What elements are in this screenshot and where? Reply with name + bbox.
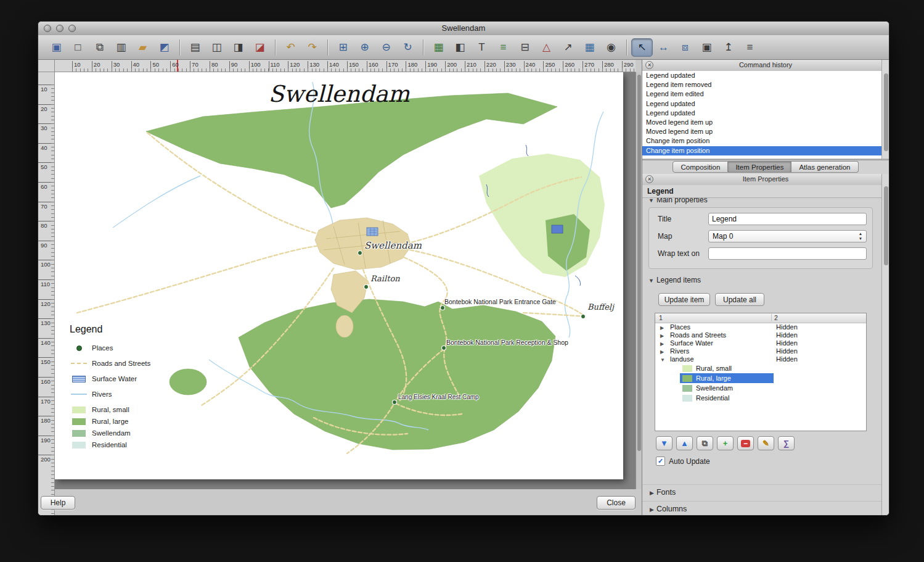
- export-svg-icon[interactable]: ◨: [227, 38, 249, 57]
- tab-atlas-generation[interactable]: Atlas generation: [791, 161, 858, 173]
- legend-items-section[interactable]: ▼Legend items: [648, 276, 701, 284]
- open-folder-icon[interactable]: ▰: [132, 38, 153, 57]
- command-history-item[interactable]: Legend item edited: [642, 89, 881, 99]
- new-composition-icon[interactable]: □: [67, 38, 89, 57]
- columns-section[interactable]: ▶Columns: [642, 501, 881, 515]
- add-shape-icon[interactable]: △: [536, 38, 557, 57]
- minimize-window-button[interactable]: [56, 25, 63, 32]
- close-window-button[interactable]: [44, 25, 51, 32]
- move-item-up-button[interactable]: ▲: [676, 436, 693, 450]
- export-pdf-icon[interactable]: ◪: [249, 38, 271, 57]
- map-select[interactable]: Map 0 ▲▼: [708, 230, 867, 242]
- fonts-section[interactable]: ▶Fonts: [642, 484, 881, 499]
- add-item-button[interactable]: +: [717, 436, 734, 450]
- composition-page[interactable]: Swellendam Swellendam Railton Bontebok N…: [55, 72, 623, 479]
- sum-button[interactable]: ∑: [778, 436, 795, 450]
- legend-tree-row[interactable]: ▼landuseHidden: [655, 355, 866, 363]
- command-history-item[interactable]: Legend item removed: [642, 80, 881, 89]
- remove-item-button[interactable]: −: [737, 436, 754, 450]
- add-legend-icon[interactable]: ≡: [493, 38, 514, 57]
- legend-tree-row-label: Surface Water: [670, 339, 713, 347]
- scrollbar-thumb[interactable]: [884, 73, 888, 151]
- canvas-vertical-scrollbar[interactable]: [636, 72, 642, 489]
- add-arrow-icon[interactable]: ↗: [557, 38, 579, 57]
- update-item-button[interactable]: Update item: [658, 293, 710, 306]
- command-history-item[interactable]: Change item position: [642, 136, 881, 146]
- command-history-item[interactable]: Legend updated: [642, 99, 881, 109]
- composer-manager-icon[interactable]: ▥: [110, 38, 132, 57]
- add-scalebar-icon[interactable]: ⊟: [514, 38, 536, 57]
- ruler-tick: 120: [38, 299, 54, 307]
- ruler-tick: 130: [38, 318, 54, 326]
- add-map-icon[interactable]: ▦: [428, 38, 449, 57]
- close-panel-icon[interactable]: ✕: [645, 61, 653, 69]
- command-history-item[interactable]: Change item position: [642, 146, 881, 155]
- titlebar[interactable]: Swellendam: [38, 22, 889, 36]
- move-item-down-button[interactable]: ▼: [656, 436, 673, 450]
- panel-splitter[interactable]: [642, 159, 889, 160]
- command-history-item[interactable]: Legend updated: [642, 71, 881, 80]
- legend-tree-row[interactable]: ▶Surface WaterHidden: [655, 339, 866, 347]
- map-legend-item[interactable]: Legend PlacesRoads and StreetsSurface Wa…: [70, 324, 181, 460]
- auto-update-checkbox[interactable]: ✓: [656, 457, 665, 466]
- scrollbar-thumb[interactable]: [637, 75, 641, 451]
- close-panel-icon[interactable]: ✕: [645, 175, 653, 183]
- legend-tree-row[interactable]: Residential: [655, 393, 866, 403]
- command-history-item[interactable]: Legend updated: [642, 109, 881, 118]
- legend-tree-row[interactable]: Rural, large: [655, 373, 866, 383]
- zoom-window-button[interactable]: [68, 25, 76, 32]
- undo-icon[interactable]: ↶: [280, 38, 301, 57]
- edit-item-button[interactable]: ✎: [758, 436, 774, 450]
- command-history-item[interactable]: Moved legend item up: [642, 127, 881, 136]
- update-all-button[interactable]: Update all: [715, 293, 764, 306]
- save-icon[interactable]: ▣: [46, 38, 67, 57]
- square-symbol: [70, 407, 88, 413]
- refresh-icon[interactable]: ↻: [397, 38, 419, 57]
- legend-tree-row[interactable]: Rural, small: [655, 363, 866, 373]
- raise-items-icon[interactable]: ↥: [718, 38, 739, 57]
- align-items-icon[interactable]: ≡: [739, 38, 761, 57]
- save-as-template-icon[interactable]: ◩: [153, 38, 175, 57]
- zoom-in-icon[interactable]: ⊕: [354, 38, 375, 57]
- legend-tree-row[interactable]: ▶PlacesHidden: [655, 323, 866, 331]
- export-image-icon[interactable]: ◫: [206, 38, 227, 57]
- redo-icon[interactable]: ↷: [301, 38, 323, 57]
- move-item-content-icon[interactable]: ↔: [653, 38, 674, 57]
- scrollbar-thumb[interactable]: [884, 186, 888, 265]
- close-button[interactable]: Close: [597, 496, 636, 510]
- legend-tree-row[interactable]: Swellendam: [655, 383, 866, 393]
- add-label-icon[interactable]: T: [471, 38, 493, 57]
- add-html-icon[interactable]: ◉: [600, 38, 622, 57]
- panel-scrollbar[interactable]: [881, 174, 889, 515]
- square-symbol: [70, 430, 88, 437]
- add-image-icon[interactable]: ◧: [449, 38, 471, 57]
- stepper-icon[interactable]: ▲▼: [856, 231, 865, 241]
- command-history-scrollbar[interactable]: [881, 60, 889, 159]
- zoom-full-icon[interactable]: ⊞: [332, 38, 354, 57]
- zoom-out-icon[interactable]: ⊖: [375, 38, 397, 57]
- lock-items-icon[interactable]: ▣: [696, 38, 718, 57]
- paste-item-button[interactable]: ⧉: [697, 436, 713, 450]
- map-label-railton: Railton: [370, 274, 400, 283]
- command-history-title: Command history: [739, 61, 792, 68]
- title-input[interactable]: [708, 213, 867, 225]
- tab-composition[interactable]: Composition: [673, 161, 728, 173]
- legend-tree-row[interactable]: ▶RiversHidden: [655, 347, 866, 355]
- composition-canvas[interactable]: Swellendam Swellendam Railton Bontebok N…: [55, 72, 636, 489]
- print-icon[interactable]: ▤: [184, 38, 206, 57]
- ruler-tick: 10: [72, 61, 81, 71]
- add-attribute-table-icon[interactable]: ▦: [579, 38, 600, 57]
- map-label-reception: Bontebok National Park Reception & Shop: [446, 339, 568, 346]
- help-button[interactable]: Help: [41, 496, 75, 510]
- command-history-item[interactable]: Moved legend item up: [642, 118, 881, 127]
- ruler-tick: 10: [38, 85, 54, 93]
- legend-tree-row[interactable]: ▶Roads and StreetsHidden: [655, 331, 866, 339]
- wrap-text-input[interactable]: [708, 247, 867, 260]
- legend-items-toolbar: ▼▲⧉+−✎∑: [642, 436, 881, 451]
- ruler-tick: 240: [524, 61, 536, 71]
- tab-item-properties[interactable]: Item Properties: [728, 161, 791, 173]
- main-properties-section[interactable]: ▼Main properties: [648, 198, 833, 205]
- duplicate-composition-icon[interactable]: ⧉: [89, 38, 110, 57]
- group-items-icon[interactable]: ⧈: [674, 38, 696, 57]
- select-move-item-icon[interactable]: ↖: [631, 38, 653, 57]
